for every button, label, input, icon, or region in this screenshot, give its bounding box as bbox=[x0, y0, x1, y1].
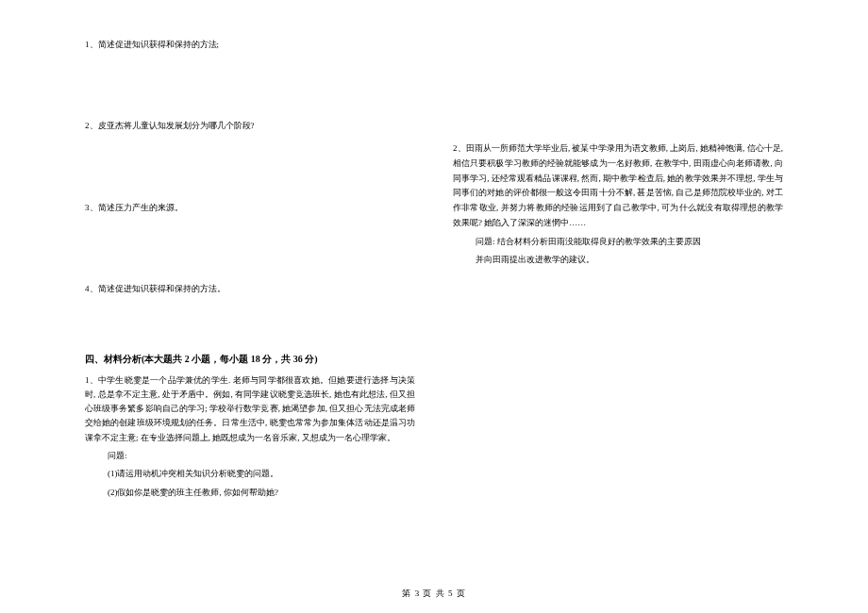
section4-q2-question2: 并向田雨提出改进教学的建议。 bbox=[476, 253, 783, 267]
right-column: 2、田雨从一所师范大学毕业后, 被某中学录用为语文教师, 上岗后, 她精神饱满,… bbox=[453, 38, 783, 556]
question-2: 2、皮亚杰将儿童认知发展划分为哪几个阶段? bbox=[85, 119, 415, 132]
section4-q2-paragraph: 2、田雨从一所师范大学毕业后, 被某中学录用为语文教师, 上岗后, 她精神饱满,… bbox=[453, 141, 783, 231]
page-container: 1、简述促进知识获得和保持的方法; 2、皮亚杰将儿童认知发展划分为哪几个阶段? … bbox=[0, 0, 868, 585]
section4-q1-paragraph: 1、中学生晓雯是一个品学兼优的学生. 老师与同学都很喜欢她。但她要进行选择与决策… bbox=[85, 373, 415, 445]
question-1: 1、简述促进知识获得和保持的方法; bbox=[85, 38, 415, 51]
question-4: 4、简述促进知识获得和保持的方法。 bbox=[85, 282, 415, 295]
section4-q2-question1: 问题: 结合材料分析田雨没能取得良好的教学效果的主要原因 bbox=[476, 235, 783, 249]
left-column: 1、简述促进知识获得和保持的方法; 2、皮亚杰将儿童认知发展划分为哪几个阶段? … bbox=[85, 38, 415, 556]
section4-q1-sub1: (1)请运用动机冲突相关知识分析晓雯的问题。 bbox=[108, 467, 415, 481]
question-3: 3、简述压力产生的来源。 bbox=[85, 201, 415, 214]
section-4-header: 四、材料分析(本大题共 2 小题，每小题 18 分，共 36 分) bbox=[85, 353, 415, 366]
section4-q1-question-label: 问题: bbox=[108, 449, 415, 463]
page-footer: 第 3 页 共 5 页 bbox=[0, 588, 868, 600]
section4-q1-sub2: (2)假如你是晓雯的班主任教师, 你如何帮助她? bbox=[108, 486, 415, 500]
